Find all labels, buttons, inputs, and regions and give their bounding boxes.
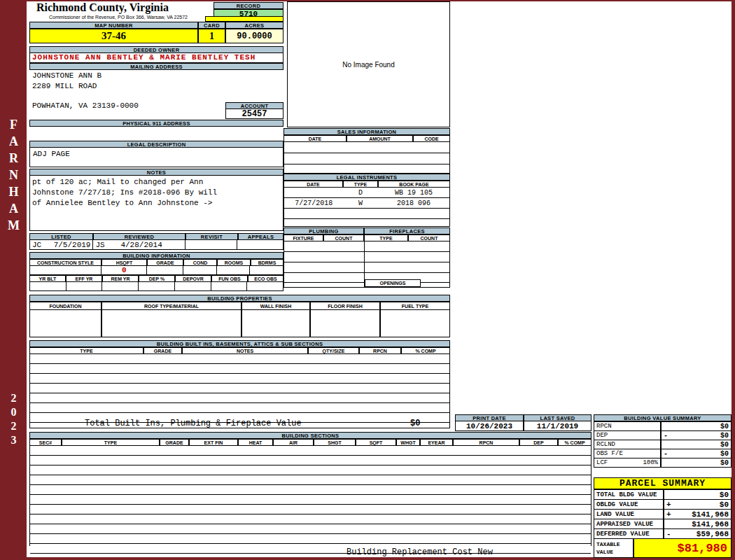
bs-col-whgt: WHGT: [396, 439, 420, 446]
instruments-col-date: DATE: [284, 181, 343, 188]
account-value[interactable]: 25457: [225, 109, 284, 119]
mailing-line-2[interactable]: 2289 MILL ROAD: [32, 82, 97, 90]
bvs-row-label: LCF100%: [594, 458, 661, 468]
map-number-value[interactable]: 37-46: [29, 29, 198, 43]
roof-box[interactable]: ROOF TYPE/MATERIAL: [102, 302, 241, 337]
bvs-value: $0: [720, 423, 729, 430]
building-info-values-row2: [29, 282, 284, 291]
appeals-value[interactable]: [237, 240, 283, 249]
mailing-line-3[interactable]: POWHATAN, VA 23139-0000: [32, 102, 139, 110]
bvs-row-value[interactable]: $0: [661, 421, 732, 431]
sales-col-date: DATE: [284, 135, 346, 142]
bvs-row-value[interactable]: -$0: [661, 430, 732, 440]
foundation-box[interactable]: FOUNDATION: [29, 302, 102, 337]
dep-value[interactable]: [139, 282, 175, 290]
cond-value[interactable]: [183, 266, 217, 274]
bi-col-grade: GRADE: [147, 259, 183, 266]
parcel-row-value[interactable]: +$0: [664, 499, 732, 510]
parcel-row-value[interactable]: $0: [664, 489, 732, 500]
last-saved-value: 11/1/2019: [524, 421, 592, 431]
construction-style-value[interactable]: [30, 266, 102, 274]
built-ins-total-row: Total Built Ins, Plumbing & Fireplace Va…: [29, 418, 450, 428]
fuel-type-box[interactable]: FUEL TYPE: [380, 302, 450, 337]
right-border: [732, 0, 735, 560]
bi-col-hsqft: HSQFT: [102, 259, 147, 266]
instrument-row[interactable]: 7/27/2018 W 2018 096: [284, 198, 449, 209]
ecoobs-value[interactable]: [247, 282, 283, 290]
parcel-row-label: OBLDG VALUE: [594, 499, 664, 510]
building-sections-row: [30, 514, 591, 524]
sales-row: [284, 164, 449, 174]
plumbing-row: [284, 252, 449, 262]
parcel-summary-header: PARCEL SUMMARY: [594, 477, 732, 489]
parcel-row-value[interactable]: +$141,968: [664, 509, 732, 519]
county-subtitle: Commissioner of the Revenue, PO Box 366,…: [29, 15, 207, 20]
bs-col-comp: % COMP: [558, 439, 592, 446]
bi-col-cond: COND: [183, 259, 217, 266]
instrument-bookpage: 2018 096: [378, 200, 449, 207]
taxable-value[interactable]: $81,980: [634, 538, 732, 558]
built-ins-row: [30, 354, 449, 364]
rooms-value[interactable]: [217, 266, 251, 274]
listed-label: LISTED: [29, 233, 93, 240]
legal-description-value[interactable]: ADJ PAGE: [29, 148, 284, 167]
funobs-value[interactable]: [211, 282, 248, 290]
bi-col-remyr: REM YR: [102, 275, 139, 282]
instrument-date: 7/27/2018: [284, 200, 343, 207]
card-label: CARD: [198, 22, 225, 29]
bi-col-dep: DEP %: [139, 275, 175, 282]
sales-table-body: [284, 142, 450, 174]
bi-col-effyr: EFF YR: [66, 275, 102, 282]
floor-finish-box[interactable]: FLOOR FINISH: [310, 302, 380, 337]
bs-col-shgt: SHGT: [314, 439, 356, 446]
deeded-owner-name[interactable]: JOHNSTONE ANN BENTLEY & MARIE BENTLEY TE…: [29, 53, 284, 63]
map-number-label: MAP NUMBER: [29, 22, 198, 29]
bvs-row-value[interactable]: -$0: [661, 449, 732, 458]
wall-finish-box[interactable]: WALL FINISH: [241, 302, 310, 337]
instrument-row[interactable]: D WB 19 105: [284, 188, 449, 198]
yrblt-value[interactable]: [30, 282, 66, 290]
building-sections-row: [30, 544, 591, 554]
bvs-row-value[interactable]: $0: [661, 458, 732, 468]
bi-col-funobs: FUN OBS: [211, 275, 248, 282]
bvs-row-value[interactable]: $0: [661, 440, 732, 449]
plumbing-col-count: COUNT: [323, 234, 364, 241]
builtins-col-qtysize: QTY/SIZE: [308, 347, 359, 354]
bs-col-air: AIR: [273, 439, 314, 446]
effyr-value[interactable]: [66, 282, 103, 290]
remyr-value[interactable]: [102, 282, 139, 290]
built-ins-row: [30, 374, 449, 384]
taxable-value-label: TAXABLE VALUE: [594, 538, 634, 558]
acres-value[interactable]: 90.0000: [225, 29, 284, 43]
card-value[interactable]: 1: [198, 29, 225, 43]
plumbing-col-fixture: FIXTURE: [284, 234, 323, 241]
bs-col-dep: DEP: [519, 439, 558, 446]
revisit-value[interactable]: [186, 240, 238, 249]
parcel-row-label: DEFERRED VALUE: [594, 528, 664, 539]
builtins-col-grade: GRADE: [144, 347, 182, 354]
bvs-row-label: RCLND: [594, 440, 661, 449]
hsqft-value[interactable]: 0: [102, 266, 147, 274]
building-sections-body: [29, 446, 592, 546]
grade-value[interactable]: [147, 266, 183, 274]
mailing-line-1[interactable]: JOHNSTONE ANN B: [32, 71, 102, 80]
parcel-row-value[interactable]: $141,968: [664, 519, 732, 529]
parcel-op: +: [666, 500, 671, 509]
bi-col-construction-style: CONSTRUCTION STYLE: [29, 259, 102, 266]
notes-box[interactable]: pt of 120 ac; Mail to changed per Ann Jo…: [29, 176, 284, 231]
built-ins-row: [30, 403, 449, 413]
bdrms-value[interactable]: [250, 266, 283, 274]
revisit-label: REVISIT: [186, 233, 238, 240]
fireplaces-col-type: TYPE: [364, 234, 408, 241]
acres-label: ACRES: [225, 22, 284, 29]
reviewed-value[interactable]: JS 4/28/2014: [93, 240, 185, 249]
listed-date: 7/5/2019: [54, 241, 91, 249]
bvs-name: OBS F/E: [596, 450, 623, 457]
built-ins-total-label: Total Built Ins, Plumbing & Fireplace Va…: [85, 419, 302, 428]
notes-label: NOTES: [29, 169, 284, 176]
parcel-row-value[interactable]: -$59,968: [664, 528, 732, 539]
depovr-value[interactable]: [175, 282, 211, 290]
listed-value[interactable]: JC 7/5/2019: [30, 240, 93, 249]
bs-col-grade: GRADE: [160, 439, 189, 446]
record-label: RECORD: [214, 2, 284, 9]
